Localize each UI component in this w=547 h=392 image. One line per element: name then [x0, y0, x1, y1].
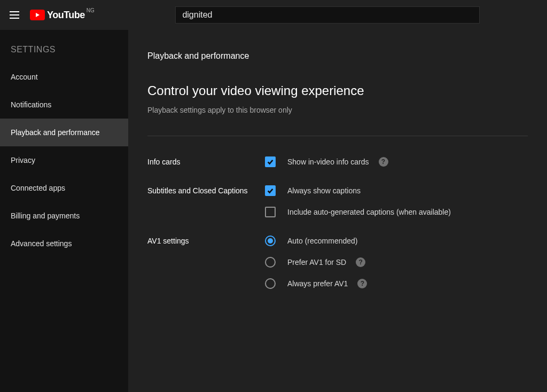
radio-av1-sd[interactable]	[265, 257, 276, 268]
option-label-include-auto: Include auto-generated captions (when av…	[287, 208, 451, 216]
header: YouTube NG	[0, 0, 547, 30]
section-label-info-cards: Info cards	[147, 156, 265, 167]
option-label-info-cards: Show in-video info cards	[287, 158, 369, 166]
sidebar-item-privacy[interactable]: Privacy	[0, 146, 128, 174]
section-subtitles: Subtitles and Closed Captions Always sho…	[147, 185, 528, 217]
youtube-logo[interactable]: YouTube NG	[30, 10, 85, 21]
option-label-av1-always: Always prefer AV1	[287, 279, 348, 288]
sidebar-item-notifications[interactable]: Notifications	[0, 91, 128, 119]
page-heading: Control your video viewing experience	[147, 83, 528, 98]
sidebar-item-billing[interactable]: Billing and payments	[0, 202, 128, 230]
radio-av1-auto[interactable]	[265, 236, 276, 246]
sidebar-item-advanced[interactable]: Advanced settings	[0, 230, 128, 257]
sidebar-title: SETTINGS	[0, 38, 128, 63]
section-info-cards: Info cards Show in-video info cards ?	[147, 156, 528, 167]
help-icon[interactable]: ?	[357, 279, 367, 288]
option-label-av1-auto: Auto (recommended)	[287, 237, 358, 245]
radio-av1-always[interactable]	[265, 278, 276, 289]
option-label-av1-sd: Prefer AV1 for SD	[287, 258, 346, 266]
help-icon[interactable]: ?	[379, 157, 388, 167]
checkbox-info-cards[interactable]	[265, 156, 276, 167]
divider	[147, 136, 528, 136]
help-icon[interactable]: ?	[356, 257, 365, 267]
page-subheading: Playback settings apply to this browser …	[147, 106, 528, 114]
page-title: Playback and performance	[147, 51, 528, 61]
checkbox-include-auto[interactable]	[265, 207, 276, 217]
play-icon	[30, 10, 45, 20]
main-content: Playback and performance Control your vi…	[128, 30, 547, 392]
section-label-subtitles: Subtitles and Closed Captions	[147, 185, 265, 217]
checkbox-always-show-captions[interactable]	[265, 185, 276, 196]
section-av1: AV1 settings Auto (recommended) Prefer A…	[147, 236, 528, 289]
section-label-av1: AV1 settings	[147, 236, 265, 289]
hamburger-menu-icon[interactable]	[9, 9, 21, 21]
search-input[interactable]	[175, 6, 480, 23]
check-icon	[267, 158, 274, 166]
country-code: NG	[87, 7, 95, 13]
sidebar-item-playback[interactable]: Playback and performance	[0, 119, 128, 146]
sidebar-item-account[interactable]: Account	[0, 63, 128, 91]
sidebar-item-connected-apps[interactable]: Connected apps	[0, 174, 128, 202]
option-label-always-show: Always show captions	[287, 186, 361, 195]
logo-text: YouTube	[47, 10, 85, 21]
check-icon	[267, 187, 274, 194]
sidebar: SETTINGS Account Notifications Playback …	[0, 30, 128, 392]
